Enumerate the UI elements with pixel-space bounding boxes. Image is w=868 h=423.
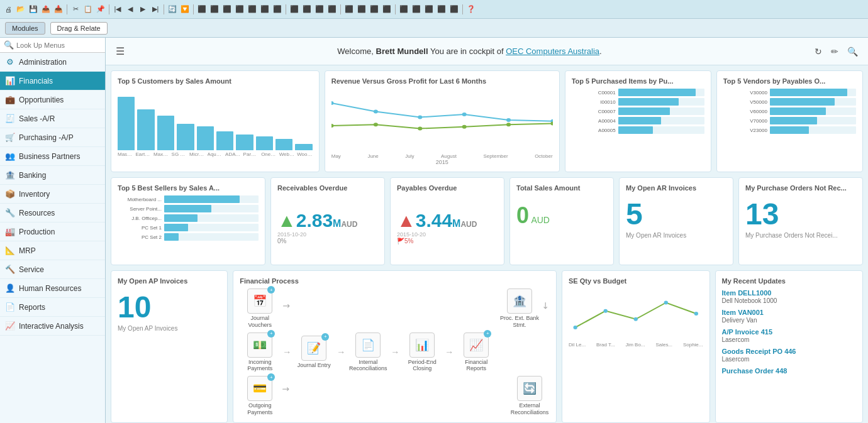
toolbar-btn15[interactable]: ⬛ <box>381 4 392 15</box>
update-link-2[interactable]: A/P Invoice 415 <box>722 328 773 336</box>
toolbar-cut[interactable]: ✂ <box>70 4 81 15</box>
hamburger-menu[interactable]: ☰ <box>116 45 125 57</box>
search-input[interactable] <box>16 41 101 49</box>
sidebar-item-interactive-analysis[interactable]: 📈 Interactive Analysis <box>0 317 105 336</box>
fp-journal-vouchers[interactable]: 📅+ Journal Vouchers <box>240 288 280 329</box>
toolbar-btn17[interactable]: ⬛ <box>411 4 422 15</box>
toolbar-print[interactable]: 🖨 <box>3 4 14 15</box>
se-qty-labels: Dil Le...Brad T...Jim Bo...Sales...Sophi… <box>569 342 703 348</box>
hbar-label-4: A00005 <box>572 128 616 133</box>
toolbar-btn20[interactable]: ⬛ <box>448 4 460 15</box>
open-ar-card: My Open AR Invoices 5 My Open AR Invoice… <box>619 177 733 265</box>
drag-relate-button[interactable]: Drag & Relate <box>50 22 108 35</box>
sidebar-item-inventory[interactable]: 📦 Inventory <box>0 185 105 204</box>
toolbar-btn2[interactable]: ⬛ <box>209 4 220 15</box>
payables-value: ▲3.44MAUD <box>397 210 498 231</box>
fp-proc-bank[interactable]: 🏦 Proc. Ext. Bank Stmt. <box>499 288 540 329</box>
toolbar-copy[interactable]: 📋 <box>82 4 94 15</box>
fp-incoming-payments[interactable]: 💵+ Incoming Payments <box>240 332 280 373</box>
toolbar-nav-prev[interactable]: ◀ <box>125 4 136 15</box>
se-label-1: Brad T... <box>596 342 615 348</box>
modules-button[interactable]: Modules <box>5 22 45 35</box>
sidebar-item-service[interactable]: 🔨 Service <box>0 260 105 279</box>
fp-outgoing-payments[interactable]: 💳+ Outgoing Payments <box>240 376 280 416</box>
sidebar-item-mrp[interactable]: 📐 MRP <box>0 241 105 260</box>
toolbar-export[interactable]: 📤 <box>40 4 52 15</box>
inventory-icon: 📦 <box>5 189 15 199</box>
fp-je-icon[interactable]: 📝+ <box>301 336 326 361</box>
sidebar-item-purchasing-ap[interactable]: 🛒 Purchasing -A/P <box>0 128 105 147</box>
update-link-4[interactable]: Purchase Order 448 <box>722 367 787 375</box>
toolbar-save[interactable]: 💾 <box>28 4 39 15</box>
hbar-label-3: V70000 <box>723 118 767 124</box>
edit-icon[interactable]: ✏ <box>831 47 838 57</box>
fp-fr-icon[interactable]: 📈+ <box>464 332 489 358</box>
fp-incoming-icon[interactable]: 💵+ <box>247 332 272 358</box>
toolbar-nav-last[interactable]: ▶| <box>150 4 161 15</box>
production-icon: 🏭 <box>5 227 15 236</box>
fp-external-rec[interactable]: 🔄 External Reconciliations <box>509 376 550 416</box>
fp-ir-icon[interactable]: 📄 <box>355 332 381 358</box>
fp-period-end[interactable]: 📊 Period-End Closing <box>402 332 442 373</box>
financial-process-title: Financial Process <box>240 277 550 285</box>
fp-internal-rec[interactable]: 📄 Internal Reconciliations <box>348 332 388 373</box>
sidebar-item-business-partners[interactable]: 👥 Business Partners <box>0 147 105 166</box>
customer-bar-5 <box>216 131 233 150</box>
fp-bank-stmt-icon[interactable]: 🏦 <box>507 288 532 314</box>
hbar-fill-1 <box>770 98 835 106</box>
toolbar-btn14[interactable]: ⬛ <box>369 4 380 15</box>
sidebar-item-reports[interactable]: 📄 Reports <box>0 298 105 317</box>
rv-xlabel: October <box>535 153 552 159</box>
update-link-0[interactable]: Item DELL1000 <box>722 289 772 297</box>
refresh-icon[interactable]: ↻ <box>815 47 822 57</box>
toolbar-filter[interactable]: 🔽 <box>179 4 191 15</box>
fp-op-icon[interactable]: 💳+ <box>247 376 272 401</box>
toolbar-btn11[interactable]: ⬛ <box>326 4 338 15</box>
fp-journal-vouchers-icon[interactable]: 📅+ <box>247 288 272 314</box>
toolbar-btn6[interactable]: ⬛ <box>259 4 270 15</box>
toolbar-btn13[interactable]: ⬛ <box>356 4 367 15</box>
toolbar-btn1[interactable]: ⬛ <box>196 4 208 15</box>
toolbar-nav-next[interactable]: ▶ <box>137 4 148 15</box>
update-link-1[interactable]: Item VAN001 <box>722 309 764 316</box>
sidebar-item-resources[interactable]: 🔧 Resources <box>0 204 105 222</box>
sidebar-item-production[interactable]: 🏭 Production <box>0 222 105 241</box>
toolbar-import[interactable]: 📥 <box>53 4 64 15</box>
total-sales-card: Total Sales Amount 0 AUD <box>509 177 614 265</box>
sidebar-item-banking[interactable]: 🏦 Banking <box>0 166 105 185</box>
toolbar-btn3[interactable]: ⬛ <box>221 4 233 15</box>
toolbar-btn10[interactable]: ⬛ <box>314 4 325 15</box>
hbar-row-4: A00005 <box>572 126 704 134</box>
toolbar-btn5[interactable]: ⬛ <box>247 4 258 15</box>
toolbar-help[interactable]: ❓ <box>465 4 477 15</box>
sidebar-item-sales-ar[interactable]: 🧾 Sales -A/R <box>0 109 105 128</box>
update-link-3[interactable]: Goods Receipt PO 446 <box>722 348 796 355</box>
toolbar-btn9[interactable]: ⬛ <box>301 4 313 15</box>
toolbar-btn7[interactable]: ⬛ <box>272 4 283 15</box>
revenue-gp-chart <box>331 89 553 151</box>
toolbar-btn12[interactable]: ⬛ <box>343 4 355 15</box>
fp-journal-entry[interactable]: 📝+ Journal Entry <box>294 336 334 369</box>
toolbar-btn16[interactable]: ⬛ <box>398 4 409 15</box>
fp-financial-reports[interactable]: 📈+ Financial Reports <box>456 332 496 373</box>
sidebar-label-service: Service <box>19 265 44 274</box>
global-search-icon[interactable]: 🔍 <box>847 47 858 57</box>
toolbar-nav-first[interactable]: |◀ <box>112 4 123 15</box>
toolbar-btn19[interactable]: ⬛ <box>436 4 447 15</box>
toolbar-paste[interactable]: 📌 <box>95 4 106 15</box>
toolbar-btn4[interactable]: ⬛ <box>234 4 245 15</box>
fp-er-icon[interactable]: 🔄 <box>517 376 542 401</box>
sidebar-item-opportunities[interactable]: 💼 Opportunities <box>0 91 105 109</box>
sidebar-item-human-resources[interactable]: 👤 Human Resources <box>0 279 105 298</box>
company-link[interactable]: OEC Computers Australia <box>506 47 599 56</box>
svg-point-7 <box>374 123 378 126</box>
toolbar-btn18[interactable]: ⬛ <box>423 4 435 15</box>
mrp-icon: 📐 <box>5 246 15 255</box>
sidebar-item-financials[interactable]: 📊 Financials <box>0 72 105 91</box>
sidebar-item-administration[interactable]: ⚙ Administration <box>0 53 105 72</box>
toolbar-refresh[interactable]: 🔄 <box>167 4 178 15</box>
fp-pe-icon[interactable]: 📊 <box>409 332 435 358</box>
customer-bar-8 <box>275 139 292 150</box>
toolbar-btn8[interactable]: ⬛ <box>289 4 300 15</box>
toolbar-open[interactable]: 📂 <box>15 4 26 15</box>
